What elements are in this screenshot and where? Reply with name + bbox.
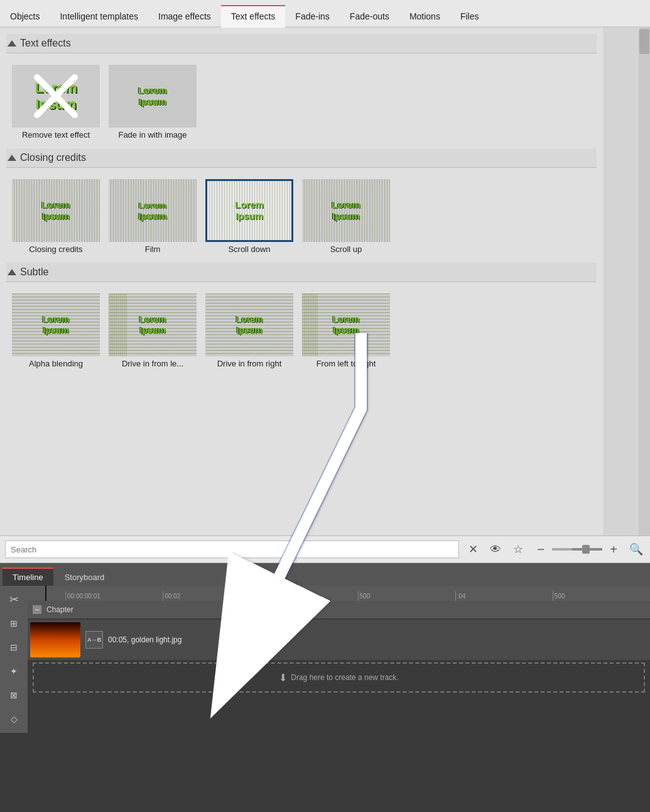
ruler-mark-4: :04 bbox=[455, 591, 553, 601]
effect-alpha-label: Alpha blending bbox=[29, 359, 83, 368]
ruler-marks: 00:00:00:01 00:02 00:... 500 :04 500 bbox=[65, 586, 650, 601]
effect-fade-in-thumb: LoremIpsum bbox=[109, 65, 197, 128]
ruler-mark-3: 500 bbox=[358, 591, 455, 601]
zoom-in-button[interactable]: + bbox=[605, 540, 622, 558]
ruler-mark-2: 00:... bbox=[260, 591, 357, 601]
scrollbar-thumb[interactable] bbox=[639, 29, 649, 54]
ab-icon-text: A↔B bbox=[87, 637, 101, 643]
effect-drive-in-left[interactable]: LoremIpsum Drive in from le... bbox=[106, 294, 200, 368]
search-area: ✕ 👁 ☆ − + 🔍 bbox=[0, 535, 650, 563]
effect-film-thumb: LoremIpsum bbox=[109, 179, 197, 242]
track-ab-icon: A↔B bbox=[85, 631, 103, 649]
effect-remove-thumb: LoremIpsum bbox=[12, 65, 100, 128]
effect-remove[interactable]: LoremIpsum Remove text effect bbox=[9, 65, 103, 140]
effect-closing-credits-thumb: LoremIpsum bbox=[12, 179, 100, 242]
cut-button[interactable]: ⊞ bbox=[3, 612, 25, 635]
section-title-closing-credits: Closing credits bbox=[20, 152, 86, 163]
playhead-line bbox=[45, 586, 46, 601]
tab-storyboard[interactable]: Storyboard bbox=[55, 569, 115, 586]
scrollbar[interactable] bbox=[639, 28, 650, 535]
section-header-subtle[interactable]: Subtle bbox=[6, 263, 597, 282]
text-effects-grid: LoremIpsum Remove text effect LoremIpsum… bbox=[6, 58, 597, 146]
zoom-out-button[interactable]: − bbox=[532, 540, 550, 558]
effect-closing-credits[interactable]: LoremIpsum Closing credits bbox=[9, 179, 103, 254]
tab-objects[interactable]: Objects bbox=[0, 5, 50, 28]
effect-film-label: Film bbox=[145, 244, 161, 254]
star-icon-button[interactable]: ☆ bbox=[509, 540, 527, 558]
chapter-label: Chapter bbox=[46, 605, 73, 614]
chapter-row: − Chapter bbox=[28, 601, 650, 618]
effect-ltr-label: From left to right bbox=[317, 359, 376, 368]
tab-text-effects[interactable]: Text effects bbox=[221, 5, 286, 28]
track-thumbnail bbox=[30, 622, 80, 657]
drag-new-track-area[interactable]: ⬇ Drag here to create a new track. bbox=[33, 662, 645, 693]
ruler-mark-1: 00:02 bbox=[163, 591, 260, 601]
panel: Text effects LoremIpsum Remove text effe… bbox=[0, 28, 603, 535]
timeline-tabs: Timeline Storyboard bbox=[0, 563, 650, 586]
subtle-grid: LoremIpsum Alpha blending LoremIpsum Dri… bbox=[6, 287, 597, 375]
effect-alpha-blending[interactable]: LoremIpsum Alpha blending bbox=[9, 294, 103, 368]
preview-icon-button[interactable]: 👁 bbox=[487, 540, 504, 558]
section-title-text-effects: Text effects bbox=[20, 38, 71, 49]
scroll-down-lorem: LoremIpsum bbox=[235, 199, 264, 222]
clear-search-button[interactable]: ✕ bbox=[464, 540, 482, 558]
tab-timeline[interactable]: Timeline bbox=[3, 568, 53, 586]
section-header-closing-credits[interactable]: Closing credits bbox=[6, 148, 597, 168]
search-button[interactable]: 🔍 bbox=[627, 540, 645, 558]
effect-left-to-right[interactable]: LoremIpsum From left to right bbox=[299, 294, 393, 368]
timeline-area: Timeline Storyboard ✂ ⊞ ⊟ ✦ ⊠ ◇ 00:00:00… bbox=[0, 563, 650, 812]
track-filename: golden light.jpg bbox=[131, 635, 182, 644]
closing-credits-grid: LoremIpsum Closing credits LoremIpsum Fi… bbox=[6, 173, 597, 260]
x-overlay bbox=[12, 65, 100, 128]
track-time: 00:05 bbox=[108, 635, 127, 644]
scroll-up-lorem: LoremIpsum bbox=[332, 199, 360, 222]
x-icon bbox=[31, 71, 81, 121]
effect-alpha-thumb: LoremIpsum bbox=[12, 294, 100, 356]
section-title-subtle: Subtle bbox=[20, 266, 48, 278]
effect-film[interactable]: LoremIpsum Film bbox=[106, 179, 200, 254]
film-lorem: LoremIpsum bbox=[138, 200, 168, 222]
tab-motions[interactable]: Motions bbox=[399, 5, 450, 28]
effect-scroll-down-thumb: LoremIpsum bbox=[205, 179, 293, 242]
section-header-text-effects[interactable]: Text effects bbox=[6, 34, 597, 53]
ruler-mark-5: 500 bbox=[553, 591, 650, 601]
drive-left-bar bbox=[109, 294, 127, 356]
effect-drive-right-label: Drive in from right bbox=[217, 359, 282, 368]
tab-intelligent-templates[interactable]: Intelligent templates bbox=[50, 5, 148, 28]
split-button[interactable]: ✦ bbox=[3, 660, 25, 683]
effect-scroll-down[interactable]: LoremIpsum Scroll down bbox=[202, 179, 296, 254]
tab-image-effects[interactable]: Image effects bbox=[148, 5, 221, 28]
timeline-content-area: 00:00:00:01 00:02 00:... 500 :04 500 − C… bbox=[28, 586, 650, 693]
effect-fade-in-image[interactable]: LoremIpsum Fade in with image bbox=[106, 65, 200, 140]
effect-fade-label: Fade in with image bbox=[118, 130, 187, 140]
effect-drive-in-right[interactable]: LoremIpsum Drive in from right bbox=[202, 294, 296, 368]
trim-button[interactable]: ⊠ bbox=[3, 684, 25, 706]
tab-fade-ins[interactable]: Fade-ins bbox=[285, 5, 339, 28]
insert-button[interactable]: ⊟ bbox=[3, 636, 25, 659]
zoom-slider[interactable] bbox=[552, 548, 602, 551]
tab-fade-outs[interactable]: Fade-outs bbox=[340, 5, 399, 28]
timeline-ruler: 00:00:00:01 00:02 00:... 500 :04 500 bbox=[28, 586, 650, 601]
effect-scroll-up-thumb: LoremIpsum bbox=[302, 179, 390, 242]
top-nav: Objects Intelligent templates Image effe… bbox=[0, 0, 650, 28]
effect-drive-left-thumb: LoremIpsum bbox=[109, 294, 197, 356]
zoom-handle bbox=[582, 545, 590, 554]
search-input[interactable] bbox=[5, 540, 459, 558]
effect-scroll-up[interactable]: LoremIpsum Scroll up bbox=[299, 179, 393, 254]
tab-files[interactable]: Files bbox=[450, 5, 489, 28]
effect-closing-credits-label: Closing credits bbox=[29, 244, 82, 254]
effect-scroll-up-label: Scroll up bbox=[330, 244, 362, 254]
scissors-button[interactable]: ✂ bbox=[3, 588, 25, 611]
chapter-collapse-button[interactable]: − bbox=[33, 605, 41, 614]
effect-drive-right-thumb: LoremIpsum bbox=[205, 294, 293, 356]
alpha-lorem: LoremIpsum bbox=[43, 314, 70, 336]
track-label: 00:05, golden light.jpg bbox=[108, 635, 181, 644]
effect-scroll-down-label: Scroll down bbox=[228, 244, 270, 254]
zoom-area: − + bbox=[532, 540, 622, 558]
collapse-triangle-credits bbox=[8, 155, 16, 161]
effect-ltr-thumb: LoremIpsum bbox=[302, 294, 390, 356]
track-row[interactable]: A↔B 00:05, golden light.jpg bbox=[28, 620, 650, 660]
fade-lorem-text: LoremIpsum bbox=[138, 85, 167, 107]
keyframe-button[interactable]: ◇ bbox=[3, 708, 25, 730]
effect-drive-left-label: Drive in from le... bbox=[122, 359, 183, 368]
